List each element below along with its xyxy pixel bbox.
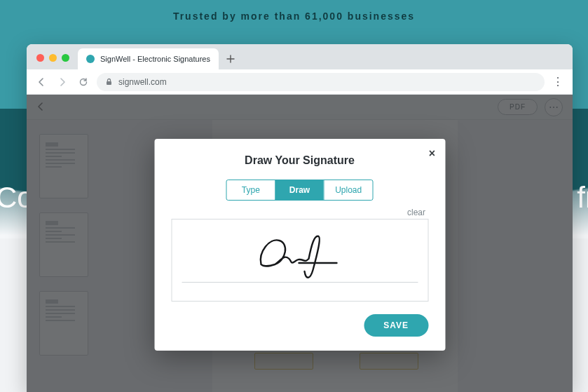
signature-canvas[interactable] bbox=[171, 219, 428, 302]
arrow-right-icon bbox=[57, 77, 67, 87]
browser-window: SignWell - Electronic Signatures signwel… bbox=[27, 44, 573, 392]
arrow-left-icon bbox=[36, 77, 46, 87]
lock-icon bbox=[105, 78, 113, 86]
svg-rect-0 bbox=[107, 81, 111, 85]
tab-upload[interactable]: Upload bbox=[324, 180, 373, 200]
browser-tab-strip: SignWell - Electronic Signatures bbox=[27, 44, 573, 69]
modal-close-button[interactable]: × bbox=[429, 147, 435, 160]
browser-menu-button[interactable]: ⋮ bbox=[550, 75, 566, 88]
save-button[interactable]: SAVE bbox=[364, 314, 428, 337]
drawn-signature-icon bbox=[254, 231, 346, 280]
browser-address-bar: signwell.com ⋮ bbox=[27, 69, 573, 95]
browser-tab[interactable]: SignWell - Electronic Signatures bbox=[78, 48, 219, 69]
nav-reload-button[interactable] bbox=[76, 74, 91, 90]
plus-icon bbox=[226, 55, 235, 63]
url-input[interactable]: signwell.com bbox=[97, 73, 545, 91]
tab-favicon-icon bbox=[86, 55, 95, 63]
signature-modal: × Draw Your Signature Type Draw Upload c… bbox=[154, 139, 445, 351]
modal-title: Draw Your Signature bbox=[171, 154, 428, 167]
new-tab-button[interactable] bbox=[221, 50, 240, 68]
nav-forward-button[interactable] bbox=[55, 74, 70, 90]
nav-back-button[interactable] bbox=[34, 74, 49, 90]
window-close-icon[interactable] bbox=[36, 54, 44, 62]
trusted-by-text: Trusted by more than 61,000 businesses bbox=[0, 0, 588, 22]
signature-baseline bbox=[182, 282, 418, 283]
reload-icon bbox=[78, 77, 88, 87]
window-traffic-lights bbox=[34, 54, 78, 69]
close-icon: × bbox=[429, 147, 435, 159]
signature-mode-tabs: Type Draw Upload bbox=[226, 180, 374, 201]
url-text: signwell.com bbox=[118, 77, 167, 87]
window-minimize-icon[interactable] bbox=[49, 54, 57, 62]
kebab-icon: ⋮ bbox=[552, 76, 563, 88]
window-maximize-icon[interactable] bbox=[62, 54, 69, 62]
clear-button[interactable]: clear bbox=[407, 208, 425, 217]
tab-type[interactable]: Type bbox=[227, 180, 275, 200]
tab-draw[interactable]: Draw bbox=[275, 180, 324, 200]
tab-title: SignWell - Electronic Signatures bbox=[100, 55, 210, 63]
